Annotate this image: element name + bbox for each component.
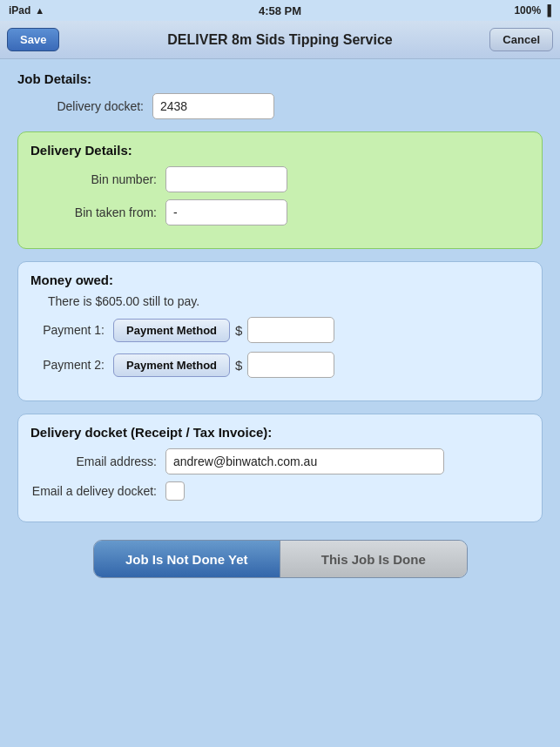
email-address-row: Email address: (30, 448, 530, 474)
status-bar: iPad ▲ 4:58 PM 100% ▐ (0, 0, 560, 21)
wifi-icon: ▲ (35, 5, 44, 16)
payment1-label: Payment 1: (30, 323, 113, 337)
bin-number-label: Bin number: (30, 172, 165, 186)
dollar-sign-1: $ (235, 323, 242, 338)
email-docket-label: Email a delivey docket: (30, 484, 165, 498)
delivery-details-heading: Delivery Details: (30, 143, 530, 158)
payment2-row: Payment 2: Payment Method $ (30, 352, 530, 378)
main-content: Job Details: Delivery docket: Delivery D… (0, 59, 560, 590)
delivery-docket-label: Delivery docket: (17, 99, 152, 113)
ipad-label: iPad (9, 4, 30, 17)
delivery-docket-row: Delivery docket: (17, 93, 543, 119)
email-address-input[interactable] (165, 448, 444, 474)
email-address-label: Email address: (30, 454, 165, 468)
status-bar-left: iPad ▲ (9, 4, 44, 17)
payment2-label: Payment 2: (30, 358, 113, 372)
delivery-docket-input[interactable] (152, 93, 274, 119)
email-docket-checkbox[interactable] (165, 481, 185, 501)
job-details-section: Job Details: Delivery docket: (17, 71, 543, 119)
bin-taken-from-row: Bin taken from: (30, 199, 530, 225)
payment1-row: Payment 1: Payment Method $ (30, 317, 530, 343)
receipt-section: Delivery docket (Receipt / Tax Invoice):… (17, 414, 543, 522)
dollar-sign-2: $ (235, 358, 242, 373)
payment2-amount-input[interactable] (247, 352, 334, 378)
save-button[interactable]: Save (7, 28, 59, 51)
email-docket-row: Email a delivey docket: (30, 481, 530, 501)
bin-taken-from-input[interactable] (165, 199, 287, 225)
toggle-bar: Job Is Not Done Yet This Job Is Done (93, 540, 468, 578)
job-not-done-button[interactable]: Job Is Not Done Yet (94, 541, 280, 577)
receipt-heading: Delivery docket (Receipt / Tax Invoice): (30, 425, 530, 440)
bin-taken-from-label: Bin taken from: (30, 205, 165, 219)
money-owed-heading: Money owed: (30, 273, 530, 287)
payment2-method-button[interactable]: Payment Method (113, 353, 230, 377)
status-bar-right: 100% ▐ (514, 4, 551, 17)
payment1-method-button[interactable]: Payment Method (113, 319, 230, 342)
status-bar-time: 4:58 PM (259, 4, 301, 17)
bin-number-input[interactable] (165, 166, 287, 192)
money-owed-section: Money owed: There is $605.00 still to pa… (17, 261, 543, 401)
battery-percentage: 100% (514, 4, 541, 17)
job-done-button[interactable]: This Job Is Done (280, 541, 467, 577)
cancel-button[interactable]: Cancel (489, 28, 553, 51)
bin-number-row: Bin number: (30, 166, 530, 192)
job-details-heading: Job Details: (17, 71, 543, 86)
nav-bar: Save DELIVER 8m Sids Tipping Service Can… (0, 21, 560, 59)
battery-icon: ▐ (543, 4, 551, 17)
payment1-amount-input[interactable] (247, 317, 334, 343)
still-to-pay-text: There is $605.00 still to pay. (48, 294, 530, 308)
nav-title: DELIVER 8m Sids Tipping Service (167, 32, 392, 48)
delivery-details-section: Delivery Details: Bin number: Bin taken … (17, 131, 543, 249)
